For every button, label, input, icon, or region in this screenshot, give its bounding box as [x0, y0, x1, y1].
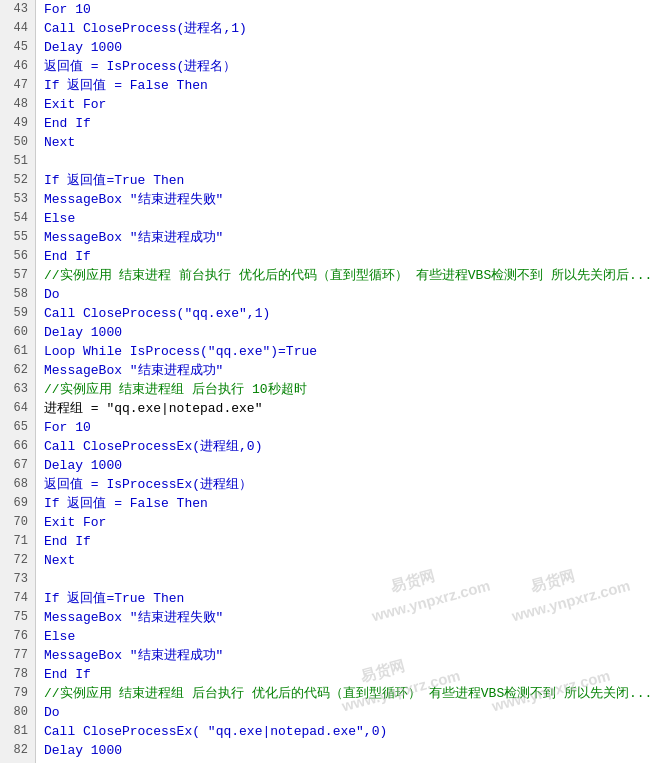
code-line-56: End If [44, 247, 660, 266]
line-number-71: 71 [0, 532, 31, 551]
line-number-72: 72 [0, 551, 31, 570]
code-line-82: Delay 1000 [44, 741, 660, 760]
line-number-69: 69 [0, 494, 31, 513]
line-number-78: 78 [0, 665, 31, 684]
line-number-66: 66 [0, 437, 31, 456]
line-number-45: 45 [0, 38, 31, 57]
line-number-65: 65 [0, 418, 31, 437]
line-number-51: 51 [0, 152, 31, 171]
code-line-64: 进程组 = "qq.exe|notepad.exe" [44, 399, 660, 418]
code-line-66: Call CloseProcessEx(进程组,0) [44, 437, 660, 456]
line-number-80: 80 [0, 703, 31, 722]
code-line-73 [44, 570, 660, 589]
code-line-53: MessageBox "结束进程失败" [44, 190, 660, 209]
code-line-52: If 返回值=True Then [44, 171, 660, 190]
line-number-81: 81 [0, 722, 31, 741]
code-line-69: If 返回值 = False Then [44, 494, 660, 513]
line-number-49: 49 [0, 114, 31, 133]
code-line-45: Delay 1000 [44, 38, 660, 57]
code-line-78: End If [44, 665, 660, 684]
line-number-75: 75 [0, 608, 31, 627]
code-line-68: 返回值 = IsProcessEx(进程组） [44, 475, 660, 494]
line-number-58: 58 [0, 285, 31, 304]
code-line-54: Else [44, 209, 660, 228]
line-number-53: 53 [0, 190, 31, 209]
line-number-47: 47 [0, 76, 31, 95]
code-line-46: 返回值 = IsProcess(进程名） [44, 57, 660, 76]
line-number-43: 43 [0, 0, 31, 19]
line-number-82: 82 [0, 741, 31, 760]
code-line-60: Delay 1000 [44, 323, 660, 342]
line-number-46: 46 [0, 57, 31, 76]
line-number-59: 59 [0, 304, 31, 323]
line-numbers: 4344454647484950515253545556575859606162… [0, 0, 36, 763]
code-line-71: End If [44, 532, 660, 551]
line-number-54: 54 [0, 209, 31, 228]
code-container: 4344454647484950515253545556575859606162… [0, 0, 660, 763]
code-line-63: //实例应用 结束进程组 后台执行 10秒超时 [44, 380, 660, 399]
code-line-74: If 返回值=True Then [44, 589, 660, 608]
code-line-61: Loop While IsProcess("qq.exe")=True [44, 342, 660, 361]
code-line-80: Do [44, 703, 660, 722]
code-line-51 [44, 152, 660, 171]
code-line-44: Call CloseProcess(进程名,1) [44, 19, 660, 38]
code-line-48: Exit For [44, 95, 660, 114]
code-line-47: If 返回值 = False Then [44, 76, 660, 95]
line-number-79: 79 [0, 684, 31, 703]
line-number-55: 55 [0, 228, 31, 247]
line-number-52: 52 [0, 171, 31, 190]
code-line-57: //实例应用 结束进程 前台执行 优化后的代码（直到型循环） 有些进程VBS检测… [44, 266, 660, 285]
code-line-58: Do [44, 285, 660, 304]
code-area[interactable]: For 10Call CloseProcess(进程名,1)Delay 1000… [36, 0, 660, 763]
line-number-60: 60 [0, 323, 31, 342]
line-number-73: 73 [0, 570, 31, 589]
line-number-64: 64 [0, 399, 31, 418]
code-line-79: //实例应用 结束进程组 后台执行 优化后的代码（直到型循环） 有些进程VBS检… [44, 684, 660, 703]
line-number-56: 56 [0, 247, 31, 266]
code-line-62: MessageBox "结束进程成功" [44, 361, 660, 380]
line-number-57: 57 [0, 266, 31, 285]
code-line-59: Call CloseProcess("qq.exe",1) [44, 304, 660, 323]
code-line-65: For 10 [44, 418, 660, 437]
line-number-48: 48 [0, 95, 31, 114]
line-number-76: 76 [0, 627, 31, 646]
code-line-81: Call CloseProcessEx( "qq.exe|notepad.exe… [44, 722, 660, 741]
code-line-70: Exit For [44, 513, 660, 532]
code-line-77: MessageBox "结束进程成功" [44, 646, 660, 665]
line-number-77: 77 [0, 646, 31, 665]
line-number-62: 62 [0, 361, 31, 380]
line-number-61: 61 [0, 342, 31, 361]
code-line-67: Delay 1000 [44, 456, 660, 475]
line-number-63: 63 [0, 380, 31, 399]
code-line-49: End If [44, 114, 660, 133]
line-number-68: 68 [0, 475, 31, 494]
code-line-76: Else [44, 627, 660, 646]
code-line-55: MessageBox "结束进程成功" [44, 228, 660, 247]
code-line-50: Next [44, 133, 660, 152]
code-line-72: Next [44, 551, 660, 570]
code-line-75: MessageBox "结束进程失败" [44, 608, 660, 627]
line-number-50: 50 [0, 133, 31, 152]
line-number-67: 67 [0, 456, 31, 475]
line-number-44: 44 [0, 19, 31, 38]
line-number-74: 74 [0, 589, 31, 608]
code-line-43: For 10 [44, 0, 660, 19]
line-number-70: 70 [0, 513, 31, 532]
